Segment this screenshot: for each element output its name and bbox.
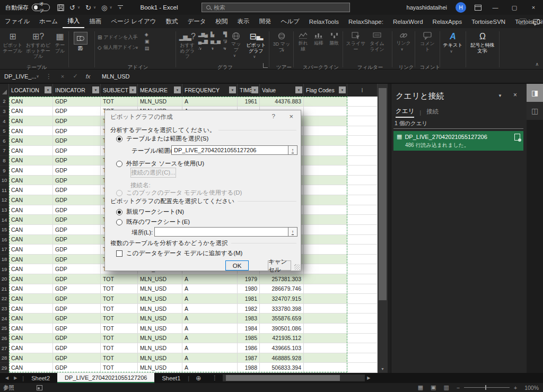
cell[interactable]	[304, 245, 347, 255]
cell[interactable]	[304, 205, 347, 215]
ribbon-tab-RelaxApps[interactable]: RelaxApps	[428, 15, 467, 28]
cell[interactable]	[347, 195, 378, 205]
page-break-view-icon[interactable]: ▥	[443, 384, 449, 391]
cell[interactable]: 355876.659	[260, 313, 304, 324]
cell[interactable]: CAN	[9, 205, 53, 215]
horizontal-scrollbar-thumb[interactable]	[226, 375, 340, 381]
cell[interactable]: GDP	[53, 304, 101, 314]
cell[interactable]: GDP	[53, 156, 101, 166]
radio-existing-worksheet[interactable]: 既存のワークシート(E)	[116, 218, 190, 226]
cell[interactable]: 1988	[238, 363, 260, 373]
undo-menu-icon[interactable]: ∨	[77, 5, 80, 10]
ribbon-tab-開発[interactable]: 開発	[254, 15, 276, 28]
sheet-menu-icon[interactable]: ⋮	[207, 373, 222, 383]
cell[interactable]: GDP	[53, 185, 101, 195]
cell[interactable]: GDP	[53, 274, 101, 284]
cell[interactable]: CAN	[9, 334, 53, 344]
cell[interactable]	[347, 205, 378, 215]
row-number[interactable]: 6	[0, 136, 9, 146]
cell[interactable]: GDP	[53, 334, 101, 344]
range-select-icon[interactable]: ↑	[288, 145, 297, 155]
cell[interactable]	[304, 235, 347, 245]
row-number[interactable]: 26	[0, 334, 9, 344]
timeline-button[interactable]: タイムライン	[368, 30, 386, 52]
filter-button[interactable]: ▼	[174, 86, 181, 93]
cell[interactable]: 1980	[238, 284, 260, 294]
cell[interactable]: TOT	[101, 313, 138, 324]
autosave-toggle[interactable]: 自動保存 オフ	[5, 4, 50, 12]
cell[interactable]	[304, 264, 347, 274]
cell[interactable]: 44376.883	[260, 97, 304, 107]
cell[interactable]	[304, 225, 347, 235]
cell[interactable]: CAN	[9, 176, 53, 186]
sheet-tab-Sheet2[interactable]: Sheet2	[24, 373, 57, 383]
row-number[interactable]: 23	[0, 304, 9, 314]
row-number[interactable]: 11	[0, 185, 9, 195]
location-input[interactable]	[154, 227, 288, 237]
cell[interactable]: MLN_USD	[138, 313, 182, 324]
sparkline-line-button[interactable]: 折れ線	[296, 30, 310, 51]
maximize-button[interactable]: ▢	[509, 4, 520, 11]
cell[interactable]: 1981	[238, 294, 260, 304]
ribbon-tab-TortoiseSVN[interactable]: TortoiseSVN	[467, 15, 510, 28]
tab-queries[interactable]: クエリ	[396, 107, 414, 118]
cell[interactable]: 1979	[238, 274, 260, 284]
normal-view-icon[interactable]: ▦	[418, 384, 423, 391]
cell[interactable]	[347, 353, 378, 363]
cell[interactable]: CAN	[9, 215, 53, 225]
cell[interactable]	[304, 156, 347, 166]
filter-button[interactable]: ▼	[251, 86, 258, 93]
cell[interactable]: CAN	[9, 185, 53, 195]
radio-new-worksheet[interactable]: 新規ワークシート(N)	[116, 208, 184, 216]
cell[interactable]: GDP	[53, 294, 101, 304]
cell[interactable]: 421935.112	[260, 334, 304, 344]
cell[interactable]: 286679.746	[260, 284, 304, 294]
cell[interactable]	[347, 215, 378, 225]
cell[interactable]	[347, 245, 378, 255]
cell[interactable]	[347, 334, 378, 344]
row-number[interactable]: 14	[0, 215, 9, 225]
cell[interactable]	[304, 116, 347, 126]
cell[interactable]	[347, 146, 378, 156]
cell[interactable]	[347, 225, 378, 235]
cell[interactable]: A	[182, 313, 238, 324]
ribbon-tab-ファイル[interactable]: ファイル	[0, 15, 34, 28]
cell[interactable]: MLN_USD	[138, 304, 182, 314]
cell[interactable]: CAN	[9, 107, 53, 117]
row-number[interactable]: 15	[0, 225, 9, 235]
cell[interactable]	[347, 363, 378, 373]
cell[interactable]: GDP	[53, 284, 101, 294]
cell[interactable]	[347, 324, 378, 334]
cell[interactable]: MLN_USD	[138, 353, 182, 363]
user-name[interactable]: hayashidataihei	[407, 4, 447, 11]
cell[interactable]: CAN	[9, 156, 53, 166]
filter-button[interactable]: ▼	[45, 86, 51, 93]
cell[interactable]: 1961	[238, 97, 260, 107]
row-number[interactable]: 2	[0, 97, 9, 107]
cell[interactable]	[347, 126, 378, 136]
cell[interactable]	[304, 107, 347, 117]
cell[interactable]	[347, 116, 378, 126]
cell[interactable]: A	[182, 324, 238, 334]
map-chart-button[interactable]: マップ∨	[230, 30, 243, 59]
cell[interactable]	[347, 176, 378, 186]
cell[interactable]: GDP	[53, 353, 101, 363]
cell[interactable]	[347, 136, 378, 146]
cell[interactable]	[347, 284, 378, 294]
ribbon-tab-挿入[interactable]: 挿入	[63, 15, 84, 28]
cell[interactable]: CAN	[9, 264, 53, 274]
zoom-out-icon[interactable]: −	[457, 385, 460, 391]
cell[interactable]: GDP	[53, 116, 101, 126]
cell[interactable]: 468885.928	[260, 353, 304, 363]
filter-button[interactable]: ▼	[92, 86, 99, 93]
cell[interactable]: MLN_USD	[138, 274, 182, 284]
search-input[interactable]: 検索	[202, 3, 350, 12]
cell[interactable]	[347, 107, 378, 117]
filter-button[interactable]: ▼	[129, 86, 136, 93]
recommended-pivot-button[interactable]: ⊞? おすすめピボットテーブル	[25, 30, 51, 59]
ribbon-tab-RelaxShape:[interactable]: RelaxShape:	[344, 15, 388, 28]
radio-external-source[interactable]: 外部データ ソースを使用(U)	[116, 160, 204, 168]
cell[interactable]: TOT	[101, 97, 138, 107]
cell[interactable]	[304, 313, 347, 324]
cancel-entry-icon[interactable]: ×	[56, 73, 69, 80]
